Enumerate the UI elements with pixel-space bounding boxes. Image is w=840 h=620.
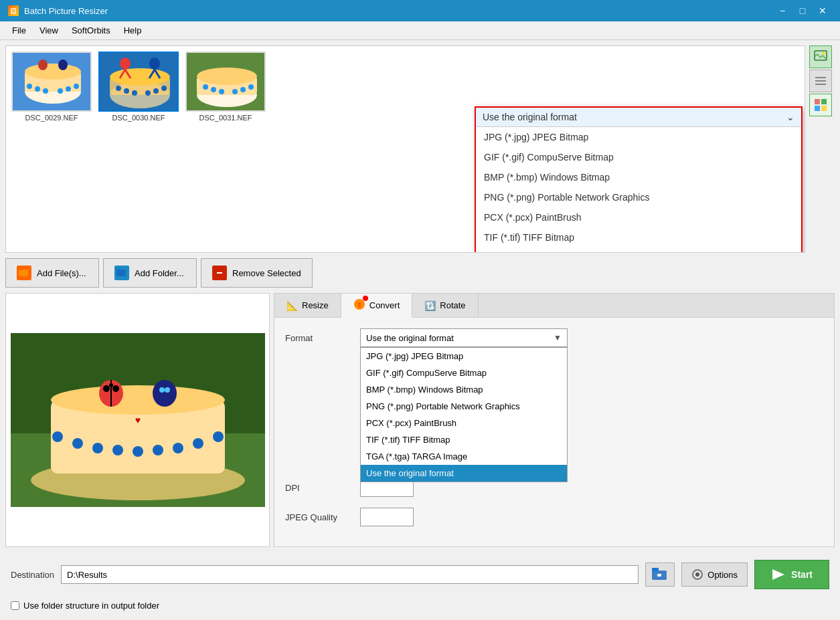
svg-rect-82: [358, 304, 361, 308]
format-option[interactable]: TGA (*.tga) TARGA Image: [361, 448, 567, 465]
thumbnail-image-selected: [98, 51, 179, 112]
options-button[interactable]: Options: [681, 562, 748, 587]
format-row: Format Use the original format ▼ JPG (*.…: [285, 328, 823, 347]
svg-point-26: [149, 58, 160, 70]
svg-point-3: [25, 64, 81, 80]
menu-file[interactable]: File: [5, 23, 33, 38]
sidebar-list-icon[interactable]: [809, 70, 832, 92]
big-dropdown-option[interactable]: PCX (*.pcx) PaintBrush: [476, 207, 801, 227]
image-panel[interactable]: DSC_0029.NEF: [5, 45, 805, 253]
svg-point-78: [159, 387, 165, 393]
list-item[interactable]: DSC_0029.NEF: [11, 51, 92, 122]
svg-point-20: [145, 90, 151, 96]
big-dropdown-list: JPG (*.jpg) JPEG Bitmap GIF (*.gif) Comp…: [476, 127, 801, 253]
svg-point-32: [197, 68, 257, 85]
list-item[interactable]: DSC_0030.NEF: [98, 51, 179, 122]
tab-resize-label: Resize: [302, 300, 329, 310]
svg-point-17: [116, 86, 121, 91]
big-dropdown-header[interactable]: Use the original format ⌄: [476, 108, 801, 127]
format-option-selected[interactable]: Use the original format: [361, 465, 567, 482]
svg-rect-49: [19, 268, 23, 270]
svg-point-7: [58, 88, 63, 94]
start-label: Start: [791, 569, 813, 580]
add-folder-button[interactable]: Add Folder...: [103, 258, 197, 288]
svg-rect-85: [657, 574, 661, 577]
svg-point-19: [132, 90, 137, 96]
tab-resize[interactable]: 📐 Resize: [274, 294, 341, 317]
tab-convert[interactable]: Convert: [341, 294, 413, 318]
big-dropdown-selected: Use the original format: [483, 112, 577, 122]
big-dropdown-option[interactable]: BMP (*.bmp) Windows Bitmap: [476, 167, 801, 187]
add-files-icon: [17, 266, 31, 280]
add-files-button[interactable]: Add File(s)...: [5, 258, 99, 288]
svg-point-9: [74, 84, 79, 89]
svg-point-11: [58, 60, 68, 70]
preview-image: ♥: [11, 333, 265, 507]
svg-point-79: [165, 387, 170, 393]
remove-selected-button[interactable]: Remove Selected: [201, 258, 313, 288]
top-section: DSC_0029.NEF: [5, 45, 835, 253]
format-dropdown[interactable]: Use the original format ▼: [360, 328, 568, 347]
thumbnail-label: DSC_0030.NEF: [112, 114, 165, 122]
tab-rotate[interactable]: 🔃 Rotate: [412, 294, 478, 317]
format-option[interactable]: TIF (*.tif) TIFF Bitmap: [361, 431, 567, 448]
svg-point-60: [72, 438, 83, 449]
svg-point-8: [66, 86, 71, 92]
menu-help[interactable]: Help: [117, 23, 149, 38]
svg-point-67: [213, 431, 224, 442]
thumbnail-image: [11, 51, 92, 112]
format-option[interactable]: GIF (*.gif) CompuServe Bitmap: [361, 365, 567, 381]
svg-rect-44: [815, 99, 820, 104]
menu-bar: File View SoftOrbits Help: [0, 21, 840, 40]
close-button[interactable]: ✕: [813, 3, 832, 18]
format-option[interactable]: PNG (*.png) Portable Network Graphics: [361, 398, 567, 415]
big-dropdown-option[interactable]: TGA (*.tga) TARGA Image: [476, 247, 801, 253]
thumb-svg-0030: [100, 51, 177, 112]
svg-rect-47: [821, 106, 827, 111]
title-bar-left: 🖼 Batch Picture Resizer: [8, 5, 108, 16]
svg-point-61: [92, 443, 103, 453]
thumb-svg-0029: [13, 51, 90, 112]
convert-content: Format Use the original format ▼ JPG (*.…: [274, 318, 834, 537]
jpeg-quality-input[interactable]: [360, 508, 414, 526]
list-item[interactable]: DSC_0031.NEF: [185, 51, 266, 122]
add-files-label: Add File(s)...: [37, 268, 86, 278]
format-option[interactable]: BMP (*.bmp) Windows Bitmap: [361, 381, 567, 398]
svg-point-73: [114, 388, 118, 392]
big-dropdown-option[interactable]: GIF (*.gif) CompuServe Bitmap: [476, 147, 801, 167]
svg-point-34: [211, 87, 216, 92]
toolbar-row: Add File(s)... Add Folder... Remove Sele…: [5, 257, 835, 289]
svg-point-40: [822, 52, 825, 55]
format-dropdown-list: JPG (*.jpg) JPEG Bitmap GIF (*.gif) Comp…: [360, 347, 568, 482]
svg-point-38: [248, 84, 254, 90]
format-option[interactable]: JPG (*.jpg) JPEG Bitmap: [361, 348, 567, 365]
svg-point-33: [203, 84, 208, 90]
remove-selected-label: Remove Selected: [232, 268, 301, 278]
start-button[interactable]: Start: [754, 560, 829, 589]
folder-structure-checkbox[interactable]: [11, 601, 19, 610]
svg-rect-46: [815, 106, 820, 111]
sidebar-grid-icon[interactable]: [809, 94, 832, 116]
big-dropdown-option[interactable]: JPG (*.jpg) JPEG Bitmap: [476, 127, 801, 147]
sidebar-images-icon[interactable]: [809, 45, 832, 68]
tab-convert-label: Convert: [369, 300, 400, 310]
tab-rotate-label: Rotate: [440, 300, 465, 310]
folder-structure-label: Use folder structure in output folder: [23, 601, 159, 611]
options-label: Options: [707, 570, 738, 580]
folder-structure-row: Use folder structure in output folder: [5, 601, 835, 615]
big-dropdown-overlay: Use the original format ⌄ JPG (*.jpg) JP…: [475, 106, 803, 253]
format-label: Format: [285, 333, 352, 343]
menu-softorbits[interactable]: SoftOrbits: [65, 23, 117, 38]
destination-browse-button[interactable]: [645, 562, 675, 587]
maximize-button[interactable]: □: [793, 3, 812, 18]
svg-rect-48: [19, 270, 28, 276]
minimize-button[interactable]: −: [773, 3, 792, 18]
svg-point-21: [153, 88, 159, 94]
menu-view[interactable]: View: [33, 23, 65, 38]
big-dropdown-option[interactable]: PNG (*.png) Portable Network Graphics: [476, 187, 801, 207]
thumbnail-image: [185, 51, 266, 112]
destination-input[interactable]: [61, 565, 639, 584]
format-option[interactable]: PCX (*.pcx) PaintBrush: [361, 415, 567, 431]
right-sidebar: [809, 45, 835, 253]
big-dropdown-option[interactable]: TIF (*.tif) TIFF Bitmap: [476, 227, 801, 247]
